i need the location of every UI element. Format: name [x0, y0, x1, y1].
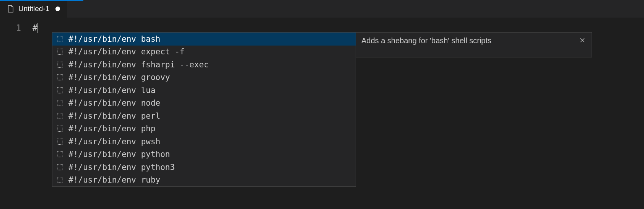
suggest-label: #!/usr/bin/env pwsh — [68, 137, 160, 146]
suggest-item[interactable]: #!/usr/bin/env python — [52, 148, 356, 161]
svg-rect-11 — [57, 177, 63, 183]
suggest-label: #!/usr/bin/env groovy — [68, 73, 170, 82]
suggest-item[interactable]: #!/usr/bin/env ruby — [52, 174, 356, 187]
svg-rect-5 — [57, 100, 63, 106]
suggest-item[interactable]: #!/usr/bin/env python3 — [52, 161, 356, 174]
snippet-icon — [56, 125, 64, 132]
svg-rect-9 — [57, 152, 63, 157]
svg-rect-3 — [57, 75, 63, 80]
suggest-item[interactable]: #!/usr/bin/env fsharpi --exec — [52, 58, 356, 71]
suggest-item[interactable]: #!/usr/bin/env bash — [52, 33, 356, 46]
suggest-item[interactable]: #!/usr/bin/env pwsh — [52, 135, 356, 148]
svg-rect-8 — [57, 139, 63, 144]
tab-bar: Untitled-1 — [0, 0, 644, 18]
svg-rect-6 — [57, 113, 63, 119]
snippet-icon — [56, 112, 64, 120]
suggest-label: #!/usr/bin/env php — [68, 124, 156, 133]
suggest-item[interactable]: #!/usr/bin/env node — [52, 97, 356, 110]
suggest-list[interactable]: #!/usr/bin/env bash #!/usr/bin/env expec… — [52, 32, 356, 187]
suggest-label: #!/usr/bin/env ruby — [68, 175, 160, 185]
snippet-icon — [56, 150, 64, 158]
suggest-label: #!/usr/bin/env node — [68, 98, 160, 108]
svg-rect-4 — [57, 87, 63, 93]
suggest-widget: #!/usr/bin/env bash #!/usr/bin/env expec… — [52, 32, 592, 187]
close-icon[interactable] — [579, 36, 586, 44]
snippet-icon — [56, 48, 64, 56]
suggest-label: #!/usr/bin/env fsharpi --exec — [68, 60, 209, 69]
snippet-icon — [56, 176, 64, 184]
dirty-indicator-icon — [55, 7, 60, 11]
tab-untitled[interactable]: Untitled-1 — [0, 0, 67, 18]
code-text: # — [33, 22, 37, 34]
suggest-item[interactable]: #!/usr/bin/env lua — [52, 84, 356, 97]
suggest-label: #!/usr/bin/env perl — [68, 111, 160, 121]
snippet-icon — [56, 73, 64, 81]
svg-rect-10 — [57, 164, 63, 170]
details-text: Adds a shebang for 'bash' shell scripts — [361, 36, 579, 45]
svg-rect-7 — [57, 126, 63, 132]
cursor — [37, 23, 38, 33]
snippet-icon — [56, 163, 64, 171]
suggest-label: #!/usr/bin/env python3 — [68, 163, 175, 172]
snippet-icon — [56, 99, 64, 107]
suggest-label: #!/usr/bin/env lua — [68, 86, 156, 95]
suggest-item[interactable]: #!/usr/bin/env php — [52, 122, 356, 136]
suggest-item[interactable]: #!/usr/bin/env perl — [52, 109, 356, 122]
snippet-icon — [56, 61, 64, 69]
svg-rect-2 — [57, 62, 63, 67]
svg-rect-0 — [57, 36, 63, 42]
suggest-item[interactable]: #!/usr/bin/env expect -f — [52, 46, 356, 59]
snippet-icon — [56, 87, 64, 94]
file-icon — [7, 5, 15, 13]
tab-label: Untitled-1 — [18, 5, 49, 13]
suggest-label: #!/usr/bin/env python — [68, 150, 170, 159]
svg-rect-1 — [57, 49, 63, 55]
suggest-label: #!/usr/bin/env expect -f — [68, 47, 184, 56]
suggest-label: #!/usr/bin/env bash — [68, 34, 160, 44]
suggest-item[interactable]: #!/usr/bin/env groovy — [52, 71, 356, 84]
snippet-icon — [56, 138, 64, 145]
gutter: 1 — [0, 18, 33, 209]
snippet-icon — [56, 35, 64, 43]
line-number: 1 — [0, 22, 21, 34]
suggest-details: Adds a shebang for 'bash' shell scripts — [356, 32, 592, 57]
